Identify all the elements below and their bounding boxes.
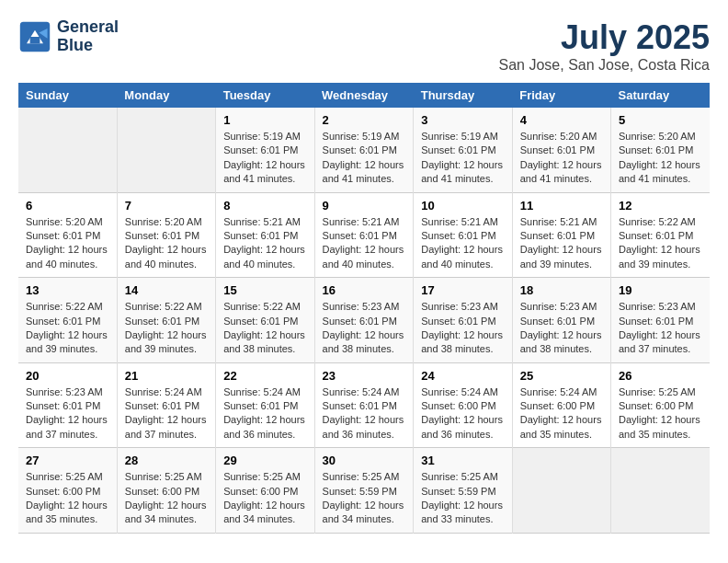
day-cell (512, 448, 610, 534)
day-cell: 29Sunrise: 5:25 AM Sunset: 6:00 PM Dayli… (216, 448, 314, 534)
day-info: Sunrise: 5:22 AM Sunset: 6:01 PM Dayligh… (619, 215, 702, 272)
day-cell: 10Sunrise: 5:21 AM Sunset: 6:01 PM Dayli… (414, 192, 512, 278)
day-number: 16 (323, 283, 406, 297)
col-sunday: Sunday (18, 83, 117, 108)
day-cell (18, 108, 117, 192)
day-cell: 14Sunrise: 5:22 AM Sunset: 6:01 PM Dayli… (117, 278, 215, 363)
day-number: 2 (323, 113, 406, 127)
day-cell (117, 108, 215, 192)
calendar-header: Sunday Monday Tuesday Wednesday Thursday… (18, 83, 710, 108)
day-info: Sunrise: 5:19 AM Sunset: 6:01 PM Dayligh… (223, 130, 306, 187)
col-saturday: Saturday (610, 83, 710, 108)
day-number: 26 (619, 369, 702, 383)
location-title: San Jose, San Jose, Costa Rica (499, 57, 710, 74)
logo-icon (18, 20, 51, 53)
day-info: Sunrise: 5:20 AM Sunset: 6:01 PM Dayligh… (619, 130, 702, 187)
day-cell: 31Sunrise: 5:25 AM Sunset: 5:59 PM Dayli… (414, 448, 512, 534)
week-row-5: 27Sunrise: 5:25 AM Sunset: 6:00 PM Dayli… (18, 448, 710, 534)
day-number: 12 (619, 199, 702, 213)
month-title: July 2025 (499, 18, 710, 57)
day-cell: 11Sunrise: 5:21 AM Sunset: 6:01 PM Dayli… (512, 192, 610, 278)
day-info: Sunrise: 5:20 AM Sunset: 6:01 PM Dayligh… (26, 215, 109, 272)
calendar-body: 1Sunrise: 5:19 AM Sunset: 6:01 PM Daylig… (18, 108, 710, 533)
day-info: Sunrise: 5:23 AM Sunset: 6:01 PM Dayligh… (619, 300, 702, 357)
day-info: Sunrise: 5:25 AM Sunset: 6:00 PM Dayligh… (619, 385, 702, 442)
day-info: Sunrise: 5:23 AM Sunset: 6:01 PM Dayligh… (323, 300, 406, 357)
day-number: 21 (125, 369, 208, 383)
day-number: 9 (323, 199, 406, 213)
calendar-table: Sunday Monday Tuesday Wednesday Thursday… (18, 83, 710, 534)
day-number: 11 (520, 199, 603, 213)
week-row-3: 13Sunrise: 5:22 AM Sunset: 6:01 PM Dayli… (18, 278, 710, 363)
day-number: 30 (323, 454, 406, 467)
day-number: 1 (223, 113, 306, 127)
day-info: Sunrise: 5:24 AM Sunset: 6:01 PM Dayligh… (323, 385, 406, 442)
svg-rect-2 (30, 37, 40, 43)
day-info: Sunrise: 5:21 AM Sunset: 6:01 PM Dayligh… (323, 215, 406, 272)
col-monday: Monday (117, 83, 215, 108)
day-number: 14 (125, 283, 208, 297)
day-number: 22 (223, 369, 306, 383)
day-info: Sunrise: 5:23 AM Sunset: 6:01 PM Dayligh… (520, 300, 603, 357)
day-info: Sunrise: 5:25 AM Sunset: 6:00 PM Dayligh… (223, 470, 306, 527)
day-info: Sunrise: 5:24 AM Sunset: 6:00 PM Dayligh… (421, 385, 504, 442)
day-cell: 6Sunrise: 5:20 AM Sunset: 6:01 PM Daylig… (18, 192, 117, 278)
day-info: Sunrise: 5:25 AM Sunset: 5:59 PM Dayligh… (323, 470, 406, 527)
day-cell: 21Sunrise: 5:24 AM Sunset: 6:01 PM Dayli… (117, 362, 215, 448)
col-thursday: Thursday (414, 83, 512, 108)
day-number: 18 (520, 283, 603, 297)
week-row-2: 6Sunrise: 5:20 AM Sunset: 6:01 PM Daylig… (18, 192, 710, 278)
day-cell: 5Sunrise: 5:20 AM Sunset: 6:01 PM Daylig… (610, 108, 710, 192)
day-number: 4 (520, 113, 603, 127)
col-tuesday: Tuesday (216, 83, 314, 108)
day-number: 17 (421, 283, 504, 297)
day-info: Sunrise: 5:21 AM Sunset: 6:01 PM Dayligh… (223, 215, 306, 272)
day-info: Sunrise: 5:24 AM Sunset: 6:01 PM Dayligh… (223, 385, 306, 442)
day-number: 13 (26, 283, 109, 297)
day-cell: 27Sunrise: 5:25 AM Sunset: 6:00 PM Dayli… (18, 448, 117, 534)
day-info: Sunrise: 5:22 AM Sunset: 6:01 PM Dayligh… (26, 300, 109, 357)
day-cell: 17Sunrise: 5:23 AM Sunset: 6:01 PM Dayli… (414, 278, 512, 363)
day-info: Sunrise: 5:21 AM Sunset: 6:01 PM Dayligh… (520, 215, 603, 272)
day-number: 5 (619, 113, 702, 127)
title-block: July 2025 San Jose, San Jose, Costa Rica (499, 18, 710, 74)
day-number: 25 (520, 369, 603, 383)
day-cell: 9Sunrise: 5:21 AM Sunset: 6:01 PM Daylig… (314, 192, 414, 278)
day-cell: 26Sunrise: 5:25 AM Sunset: 6:00 PM Dayli… (610, 362, 710, 448)
day-info: Sunrise: 5:24 AM Sunset: 6:01 PM Dayligh… (125, 385, 208, 442)
day-cell: 19Sunrise: 5:23 AM Sunset: 6:01 PM Dayli… (610, 278, 710, 363)
day-info: Sunrise: 5:23 AM Sunset: 6:01 PM Dayligh… (26, 385, 109, 442)
day-number: 31 (421, 454, 504, 467)
day-info: Sunrise: 5:22 AM Sunset: 6:01 PM Dayligh… (223, 300, 306, 357)
day-cell: 20Sunrise: 5:23 AM Sunset: 6:01 PM Dayli… (18, 362, 117, 448)
day-number: 6 (26, 199, 109, 213)
day-number: 24 (421, 369, 504, 383)
day-number: 23 (323, 369, 406, 383)
day-cell: 24Sunrise: 5:24 AM Sunset: 6:00 PM Dayli… (414, 362, 512, 448)
day-info: Sunrise: 5:24 AM Sunset: 6:00 PM Dayligh… (520, 385, 603, 442)
day-number: 3 (421, 113, 504, 127)
col-wednesday: Wednesday (314, 83, 414, 108)
logo-line1: General (57, 18, 119, 37)
week-row-4: 20Sunrise: 5:23 AM Sunset: 6:01 PM Dayli… (18, 362, 710, 448)
logo: General Blue (18, 18, 119, 55)
week-row-1: 1Sunrise: 5:19 AM Sunset: 6:01 PM Daylig… (18, 108, 710, 192)
day-cell: 7Sunrise: 5:20 AM Sunset: 6:01 PM Daylig… (117, 192, 215, 278)
day-cell: 16Sunrise: 5:23 AM Sunset: 6:01 PM Dayli… (314, 278, 414, 363)
day-cell: 28Sunrise: 5:25 AM Sunset: 6:00 PM Dayli… (117, 448, 215, 534)
day-number: 7 (125, 199, 208, 213)
col-friday: Friday (512, 83, 610, 108)
day-cell: 15Sunrise: 5:22 AM Sunset: 6:01 PM Dayli… (216, 278, 314, 363)
day-info: Sunrise: 5:25 AM Sunset: 6:00 PM Dayligh… (125, 470, 208, 527)
day-info: Sunrise: 5:23 AM Sunset: 6:01 PM Dayligh… (421, 300, 504, 357)
day-number: 28 (125, 454, 208, 467)
day-number: 8 (223, 199, 306, 213)
day-info: Sunrise: 5:21 AM Sunset: 6:01 PM Dayligh… (421, 215, 504, 272)
day-cell: 2Sunrise: 5:19 AM Sunset: 6:01 PM Daylig… (314, 108, 414, 192)
day-cell (610, 448, 710, 534)
day-info: Sunrise: 5:22 AM Sunset: 6:01 PM Dayligh… (125, 300, 208, 357)
day-info: Sunrise: 5:25 AM Sunset: 5:59 PM Dayligh… (421, 470, 504, 527)
day-cell: 25Sunrise: 5:24 AM Sunset: 6:00 PM Dayli… (512, 362, 610, 448)
day-cell: 4Sunrise: 5:20 AM Sunset: 6:01 PM Daylig… (512, 108, 610, 192)
day-info: Sunrise: 5:25 AM Sunset: 6:00 PM Dayligh… (26, 470, 109, 527)
